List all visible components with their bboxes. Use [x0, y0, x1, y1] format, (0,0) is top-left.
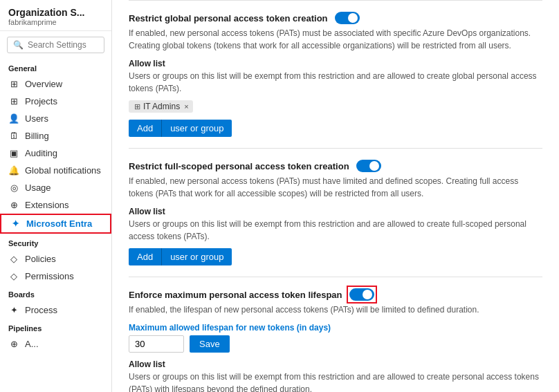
sidebar-item-global-notifications[interactable]: 🔔Global notifications [0, 162, 111, 179]
microsoft-entra-icon: ✦ [10, 218, 21, 229]
auditing-icon: ▣ [8, 148, 19, 158]
billing-icon: 🗓 [8, 131, 19, 141]
agent-pools-label: A... [25, 339, 39, 349]
allow-list-label-enforce-max-lifespan: Allow list [129, 360, 542, 369]
section-title-restrict-global-pat: Restrict global personal access token cr… [129, 12, 542, 24]
sidebar-item-microsoft-entra[interactable]: ✦Microsoft Entra [0, 214, 111, 234]
lifespan-input-row: Save [129, 335, 542, 353]
section-desc-restrict-global-pat: If enabled, new personal access tokens (… [129, 27, 542, 52]
toggle-restrict-full-scoped-pat[interactable] [356, 160, 381, 172]
sidebar-section-security: Security [0, 234, 111, 250]
section-title-restrict-full-scoped-pat: Restrict full-scoped personal access tok… [129, 160, 542, 172]
agent-pools-icon: ⊕ [8, 339, 19, 349]
sidebar-item-permissions[interactable]: ◇Permissions [0, 268, 111, 285]
sidebar-item-auditing[interactable]: ▣Auditing [0, 144, 111, 162]
permissions-label: Permissions [25, 271, 74, 281]
tag-label: IT Admins [143, 102, 180, 111]
org-name: Organization S... [8, 7, 103, 18]
add-user-or-group-button-restrict-full-scoped-pat[interactable]: user or group [161, 248, 232, 265]
sidebar-item-users[interactable]: 👤Users [0, 110, 111, 127]
org-sub: fabrikamprime [8, 18, 103, 26]
main-content: Restrict global personal access token cr… [112, 0, 559, 392]
sidebar-item-usage[interactable]: ◎Usage [0, 179, 111, 196]
toggle-enforce-max-lifespan[interactable] [349, 288, 374, 301]
section-title-text-enforce-max-lifespan: Enforce maximum personal access token li… [129, 290, 342, 300]
add-btn-row-restrict-full-scoped-pat: Adduser or group [129, 248, 542, 265]
search-input[interactable] [28, 40, 98, 50]
add-user-or-group-button-restrict-global-pat[interactable]: user or group [161, 120, 232, 137]
users-icon: 👤 [8, 113, 19, 124]
policies-label: Policies [25, 254, 56, 264]
allow-list-desc-enforce-max-lifespan: Users or groups on this list will be exe… [129, 371, 542, 392]
auditing-label: Auditing [25, 148, 57, 158]
projects-label: Projects [25, 96, 57, 106]
process-icon: ✦ [8, 305, 19, 315]
section-desc-enforce-max-lifespan: If enabled, the lifespan of new personal… [129, 304, 542, 316]
section-title-text-restrict-global-pat: Restrict global personal access token cr… [129, 13, 328, 24]
sidebar-item-policies[interactable]: ◇Policies [0, 250, 111, 268]
process-label: Process [25, 305, 57, 315]
section-enforce-max-lifespan: Enforce maximum personal access token li… [129, 277, 542, 392]
allow-list-label-restrict-global-pat: Allow list [129, 59, 542, 68]
sidebar-section-general: General [0, 59, 111, 75]
tag-it-admins: ⊞IT Admins× [129, 100, 193, 113]
projects-icon: ⊞ [8, 96, 19, 106]
section-restrict-full-scoped-pat: Restrict full-scoped personal access tok… [129, 149, 542, 277]
users-label: Users [25, 113, 48, 124]
main-sections: Restrict global personal access token cr… [129, 1, 542, 392]
global-notifications-icon: 🔔 [8, 165, 19, 176]
overview-label: Overview [25, 79, 62, 89]
sidebar-item-agent-pools[interactable]: ⊕A... [0, 335, 111, 353]
add-button-restrict-global-pat[interactable]: Add [129, 120, 161, 137]
usage-label: Usage [25, 183, 51, 193]
sidebar-nav: General⊞Overview⊞Projects👤Users🗓Billing▣… [0, 59, 111, 353]
lifespan-label: Maximum allowed lifespan for new tokens … [129, 323, 542, 333]
tag-icon: ⊞ [134, 102, 140, 111]
extensions-icon: ⊕ [8, 200, 19, 210]
microsoft-entra-label: Microsoft Entra [26, 218, 92, 229]
search-box[interactable]: 🔍 [7, 37, 104, 53]
section-desc-restrict-full-scoped-pat: If enabled, new personal access tokens (… [129, 175, 542, 200]
toggle-restrict-global-pat[interactable] [335, 12, 360, 24]
add-button-restrict-full-scoped-pat[interactable]: Add [129, 248, 161, 265]
sidebar-item-overview[interactable]: ⊞Overview [0, 75, 111, 93]
sidebar-section-boards: Boards [0, 285, 111, 301]
billing-label: Billing [25, 131, 49, 141]
usage-icon: ◎ [8, 183, 19, 193]
sidebar-item-extensions[interactable]: ⊕Extensions [0, 196, 111, 214]
save-button[interactable]: Save [190, 335, 230, 353]
allow-list-label-restrict-full-scoped-pat: Allow list [129, 207, 542, 216]
tag-row-restrict-global-pat: ⊞IT Admins× [129, 100, 542, 113]
allow-list-desc-restrict-full-scoped-pat: Users or groups on this list will be exe… [129, 218, 542, 243]
global-notifications-label: Global notifications [25, 165, 101, 176]
extensions-label: Extensions [25, 200, 69, 210]
overview-icon: ⊞ [8, 79, 19, 89]
search-icon: 🔍 [13, 40, 24, 50]
section-title-enforce-max-lifespan: Enforce maximum personal access token li… [129, 288, 542, 301]
lifespan-input[interactable] [129, 335, 184, 353]
tag-close-button[interactable]: × [184, 102, 188, 111]
permissions-icon: ◇ [8, 271, 19, 281]
allow-list-desc-restrict-global-pat: Users or groups on this list will be exe… [129, 70, 542, 95]
policies-icon: ◇ [8, 254, 19, 264]
sidebar: Organization S... fabrikamprime 🔍 Genera… [0, 0, 112, 392]
lifespan-section: Maximum allowed lifespan for new tokens … [129, 323, 542, 353]
section-restrict-global-pat: Restrict global personal access token cr… [129, 1, 542, 149]
sidebar-section-pipelines: Pipelines [0, 319, 111, 335]
sidebar-item-projects[interactable]: ⊞Projects [0, 93, 111, 110]
add-btn-row-restrict-global-pat: Adduser or group [129, 120, 542, 137]
sidebar-item-process[interactable]: ✦Process [0, 301, 111, 319]
section-title-text-restrict-full-scoped-pat: Restrict full-scoped personal access tok… [129, 161, 349, 171]
sidebar-item-billing[interactable]: 🗓Billing [0, 127, 111, 144]
org-header: Organization S... fabrikamprime [0, 0, 111, 31]
